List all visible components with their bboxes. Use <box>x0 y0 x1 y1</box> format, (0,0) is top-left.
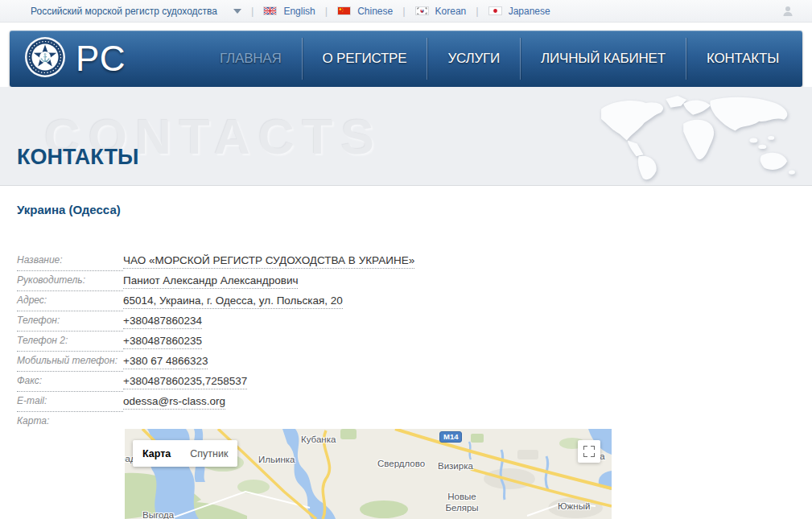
field-row-name: Название: ЧАО «МОРСКОЙ РЕГИСТР СУДОХОДСТ… <box>17 254 612 271</box>
field-value: +380487860234 <box>123 315 202 329</box>
nav-item-services[interactable]: УСЛУГИ <box>427 31 520 87</box>
map-place-label: Свердлово <box>377 459 425 468</box>
field-label: Телефон 2: <box>17 335 123 352</box>
rs-emblem-icon: ⚓ <box>24 36 66 81</box>
page: { "topbar": { "site_selector": "Российск… <box>0 0 812 519</box>
map-view-button[interactable]: Карта <box>133 440 180 467</box>
nav-item-about[interactable]: О РЕГИСТРЕ <box>303 31 427 87</box>
map-place-label: Ильинка <box>258 455 295 464</box>
field-label: Адрес: <box>17 295 123 311</box>
lang-english[interactable]: English <box>263 6 315 17</box>
map-place-label: Новые Беляры <box>437 492 487 514</box>
field-value: Паниот Александр Александрович <box>123 274 298 289</box>
content-area: Украина (Одесса) Название: ЧАО «МОРСКОЙ … <box>0 187 812 519</box>
satellite-view-button[interactable]: Спутник <box>180 440 237 467</box>
top-language-bar: Российский морской регистр судоходства |… <box>0 0 812 23</box>
uk-flag-icon <box>263 6 277 15</box>
field-row-phone2: Телефон 2: +380487860235 <box>17 335 612 352</box>
field-value: ЧАО «МОРСКОЙ РЕГИСТР СУДОХОДСТВА В УКРАИ… <box>123 254 414 269</box>
page-title: КОНТАКТЫ <box>17 145 138 170</box>
chevron-down-icon <box>233 9 241 14</box>
field-row-address: Адрес: 65014, Украина, г. Одесса, ул. По… <box>17 295 612 311</box>
field-label: Название: <box>17 254 123 271</box>
field-label: Факс: <box>17 375 123 392</box>
logo-text: РС <box>76 41 126 76</box>
main-navbar: ⚓ РС ГЛАВНАЯ О РЕГИСТРЕ УСЛУГИ ЛИЧНЫЙ КА… <box>10 31 802 87</box>
field-value: 65014, Украина, г. Одесса, ул. Польская,… <box>123 295 343 309</box>
contact-fields: Название: ЧАО «МОРСКОЙ РЕГИСТР СУДОХОДСТ… <box>17 254 612 435</box>
field-value: +380487860235 <box>123 335 202 349</box>
nav-item-contacts[interactable]: КОНТАКТЫ <box>686 31 799 87</box>
field-label: Карта: <box>17 415 123 431</box>
section-title: Украина (Одесса) <box>17 203 121 216</box>
road-shield-m14: М14 <box>439 431 462 443</box>
user-icon[interactable] <box>781 5 794 18</box>
divider: | <box>251 5 253 17</box>
nav-menu: ГЛАВНАЯ О РЕГИСТРЕ УСЛУГИ ЛИЧНЫЙ КАБИНЕТ… <box>200 31 799 87</box>
fullscreen-button[interactable] <box>578 440 600 463</box>
lang-korean[interactable]: Korean <box>415 6 467 17</box>
map-type-control: Карта Спутник <box>133 440 237 467</box>
site-selector-label: Российский морской регистр судоходства <box>31 6 217 17</box>
nav-item-home[interactable]: ГЛАВНАЯ <box>200 31 302 87</box>
map-place-label: Кубанка <box>301 435 336 444</box>
world-map-graphic <box>590 92 806 183</box>
field-value: +380 67 4866323 <box>123 355 208 369</box>
field-row-email: E-mail: odessa@rs-class.org <box>17 395 612 412</box>
lang-english-label: English <box>283 6 315 17</box>
field-row-mobile: Мобильный телефон: +380 67 4866323 <box>17 355 612 372</box>
china-flag-icon <box>337 6 351 15</box>
site-selector-dropdown[interactable]: Российский морской регистр судоходства <box>31 6 241 17</box>
field-row-head: Руководитель: Паниот Александр Александр… <box>17 274 612 291</box>
divider: | <box>325 5 328 17</box>
map-place-label: Визирка <box>438 461 473 471</box>
fullscreen-icon <box>583 446 595 457</box>
nav-item-account[interactable]: ЛИЧНЫЙ КАБИНЕТ <box>521 31 686 87</box>
lang-japanese[interactable]: Japanese <box>488 6 550 17</box>
japan-flag-icon <box>488 6 502 15</box>
page-header-band: CONTACTS КОНТАКТЫ <box>0 87 812 186</box>
email-link[interactable]: odessa@rs-class.org <box>123 395 225 410</box>
field-label: Руководитель: <box>17 274 123 291</box>
field-row-phone: Телефон: +380487860234 <box>17 315 612 332</box>
lang-korean-label: Korean <box>435 6 467 17</box>
logo[interactable]: ⚓ РС <box>24 36 126 81</box>
google-map-embed[interactable]: М14 Кубанка Ильинка Свердлово Визирка Ко… <box>125 429 612 519</box>
lang-chinese[interactable]: Chinese <box>337 6 393 17</box>
field-label: E-mail: <box>17 395 123 412</box>
field-row-fax: Факс: +380487860235,7258537 <box>17 375 612 392</box>
korea-flag-icon <box>415 6 429 15</box>
map-place-label: Выгода <box>142 510 174 519</box>
field-label: Мобильный телефон: <box>17 355 123 372</box>
svg-text:⚓: ⚓ <box>40 52 51 63</box>
map-place-label: Южный <box>558 501 590 511</box>
field-value: +380487860235,7258537 <box>123 375 247 389</box>
field-label: Телефон: <box>17 315 123 332</box>
divider: | <box>476 5 478 17</box>
lang-chinese-label: Chinese <box>357 6 393 17</box>
divider: | <box>402 5 405 17</box>
lang-japanese-label: Japanese <box>509 6 550 17</box>
